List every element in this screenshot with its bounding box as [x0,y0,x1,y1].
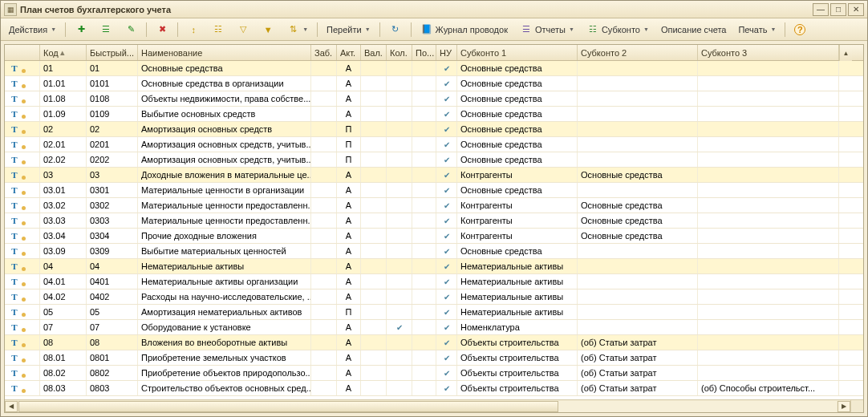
col-code[interactable]: Код▴ [40,45,87,60]
col-nu[interactable]: НУ [436,45,457,60]
col-fast[interactable]: Быстрый... [87,45,138,60]
filter-off-button[interactable]: ▼ [257,21,279,38]
table-row[interactable]: T0101Основные средстваА✔Основные средств… [5,61,863,76]
help-button[interactable]: ? [789,22,810,38]
col-sub1[interactable]: Субконто 1 [457,45,578,60]
cell-icon: T [5,76,40,91]
table-row[interactable]: T0404Нематериальные активыА✔Нематериальн… [5,259,863,274]
table-row[interactable]: T03.010301Материальные ценности в органи… [5,183,863,198]
cell-val [361,259,387,273]
reports-menu[interactable]: ☰Отчеты▼ [515,21,579,38]
cell-nu: ✔ [436,381,457,395]
cell-icon: T [5,122,40,136]
h-scroll-track[interactable] [18,401,837,412]
cell-akt: А [337,244,361,258]
account-icon: T [8,230,21,241]
col-icon[interactable] [5,45,40,60]
cell-akt: А [337,350,361,365]
col-sub2[interactable]: Субконто 2 [578,45,698,60]
table-row[interactable]: T01.080108Объекты недвижимости, права со… [5,91,863,107]
col-akt[interactable]: Акт. [337,45,361,60]
cell-val [361,381,387,395]
cell-kol [387,381,412,395]
cell-sub1: Контрагенты [457,198,578,213]
table-row[interactable]: T04.010401Нематериальные активы организа… [5,274,863,289]
table-row[interactable]: T03.090309Выбытие материальных ценностей… [5,244,863,259]
cell-code: 01.08 [40,91,87,106]
cell-name: Выбытие материальных ценностей [138,244,311,258]
cell-name: Амортизация основных средств, учитыв... [138,152,311,167]
hierarchy-icon: ☷ [212,23,225,36]
table-row[interactable]: T0808Вложения во внеоборотные активыА✔Об… [5,335,863,350]
add-button[interactable]: ✚ [70,21,92,38]
table-row[interactable]: T03.020302Материальные ценности предоста… [5,198,863,213]
move-button[interactable]: ↕ [182,21,205,38]
col-zab[interactable]: Заб. [311,45,337,60]
cell-sub1: Основные средства [457,122,578,136]
cell-sub2 [578,152,698,167]
table-row[interactable]: T01.090109Выбытие основных средствА✔Осно… [5,107,863,122]
grid-body[interactable]: T0101Основные средстваА✔Основные средств… [5,61,863,399]
refresh-button[interactable]: ↻ [384,21,407,38]
table-row[interactable]: T0505Амортизация нематериальных активовП… [5,305,863,320]
table-row[interactable]: T03.040304Прочие доходные вложенияА✔Конт… [5,229,863,244]
table-row[interactable]: T0202Амортизация основных средствП✔Основ… [5,122,863,137]
cell-sub3 [698,274,839,289]
cell-nu: ✔ [436,229,457,243]
table-row[interactable]: T08.030803Строительство объектов основны… [5,381,863,396]
scroll-right-button[interactable]: ▶ [838,401,850,412]
cell-name: Строительство объектов основных сред... [138,381,311,395]
cell-kol [387,366,412,380]
table-row[interactable]: T08.020802Приобретение объектов природоп… [5,366,863,381]
cell-name: Амортизация основных средств, учитыв... [138,137,311,152]
edit-button[interactable]: ✎ [120,21,142,38]
account-icon: T [8,169,21,180]
cell-po [412,366,436,380]
scroll-up-button[interactable]: ▲ [839,45,852,61]
table-row[interactable]: T02.020202Амортизация основных средств, … [5,152,863,168]
cell-fast: 0802 [87,366,138,380]
table-row[interactable]: T08.010801Приобретение земельных участко… [5,350,863,366]
col-name[interactable]: Наименование [138,45,311,60]
print-menu[interactable]: Печать▼ [733,22,781,37]
cell-icon: T [5,107,40,121]
goto-menu[interactable]: Перейти▼ [322,22,375,37]
cell-fast: 02 [87,122,138,136]
maximize-button[interactable]: □ [830,3,846,16]
delete-button[interactable]: ✖ [151,21,173,38]
h-scroll-thumb[interactable] [18,401,558,412]
cell-icon: T [5,168,40,182]
table-row[interactable]: T0707Оборудование к установкеА✔✔Номенкла… [5,320,863,335]
journal-button[interactable]: 📘Журнал проводок [416,21,513,38]
close-button[interactable]: ✕ [848,3,864,16]
col-sub3[interactable]: Субконто 3 [698,45,839,60]
scroll-left-button[interactable]: ◀ [5,401,18,412]
cell-akt: А [337,168,361,182]
subkonto-menu[interactable]: ☷Субконто▼ [582,21,654,38]
sort-button[interactable]: ⇅▼ [282,21,313,38]
cell-akt: А [337,229,361,243]
table-row[interactable]: T0303Доходные вложения в материальные це… [5,168,863,183]
actions-menu[interactable]: Действия▼ [4,22,61,37]
cell-nu: ✔ [436,152,457,167]
table-row[interactable]: T04.020402Расходы на научно-исследовател… [5,289,863,305]
filter-button[interactable]: ▽ [232,21,254,38]
cell-name: Основные средства в организации [138,76,311,91]
table-row[interactable]: T01.010101Основные средства в организаци… [5,76,863,91]
cell-zab [311,381,337,395]
col-val[interactable]: Вал. [361,45,387,60]
table-row[interactable]: T03.030303Материальные ценности предоста… [5,213,863,229]
description-button[interactable]: Описание счета [656,22,732,37]
cell-name: Материальные ценности предоставленн... [138,198,311,213]
cell-val [361,198,387,213]
cell-akt: А [337,381,361,395]
add-group-button[interactable]: ☰ [95,21,117,38]
cell-kol [387,152,412,167]
col-po[interactable]: По... [412,45,436,60]
minimize-button[interactable]: — [813,3,829,16]
col-kol[interactable]: Кол. [387,45,412,60]
hierarchy-button[interactable]: ☷ [207,21,229,38]
cell-sub3 [698,289,839,304]
table-row[interactable]: T02.010201Амортизация основных средств, … [5,137,863,152]
cell-fast: 0401 [87,274,138,289]
